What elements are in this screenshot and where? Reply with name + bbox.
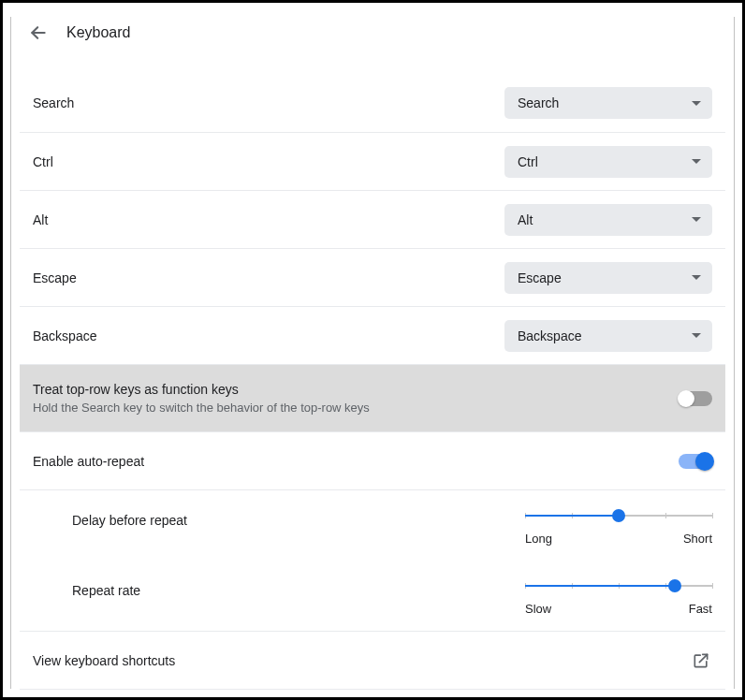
chevron-down-icon [692, 101, 701, 106]
keymap-select-alt[interactable]: Alt [504, 204, 712, 236]
rate-slider[interactable]: Slow Fast [525, 576, 712, 616]
select-value: Backspace [518, 328, 581, 343]
auto-repeat-label: Enable auto-repeat [33, 454, 144, 469]
keymap-row-escape: Escape Escape [20, 248, 725, 306]
slider-knob[interactable] [612, 509, 625, 522]
toprow-toggle[interactable] [679, 391, 712, 406]
keymap-label: Escape [33, 270, 77, 285]
keymap-row-ctrl: Ctrl Ctrl [20, 132, 725, 190]
change-input-settings-row[interactable]: Change input settings [20, 689, 725, 700]
select-value: Ctrl [518, 154, 538, 169]
keymap-label: Ctrl [33, 154, 53, 169]
open-external-icon [690, 649, 712, 672]
toprow-function-keys-row: Treat top-row keys as function keys Hold… [20, 364, 725, 431]
view-shortcuts-label: View keyboard shortcuts [33, 653, 175, 668]
delay-slider[interactable]: Long Short [525, 505, 712, 546]
chevron-down-icon [692, 217, 701, 222]
keymap-row-search: Search Search [20, 74, 725, 132]
keymap-select-search[interactable]: Search [504, 87, 712, 119]
keymap-label: Alt [33, 212, 48, 227]
select-value: Search [518, 95, 559, 110]
auto-repeat-toggle[interactable] [679, 454, 712, 469]
keymap-select-ctrl[interactable]: Ctrl [504, 146, 712, 178]
keymap-select-escape[interactable]: Escape [504, 262, 712, 294]
toprow-label: Treat top-row keys as function keys [33, 382, 370, 397]
back-arrow-icon[interactable] [27, 22, 50, 44]
auto-repeat-row: Enable auto-repeat [20, 431, 725, 489]
rate-label: Repeat rate [72, 576, 140, 598]
page-title: Keyboard [66, 24, 131, 41]
chevron-down-icon [692, 333, 701, 338]
keymap-row-backspace: Backspace Backspace [20, 306, 725, 364]
select-value: Alt [518, 212, 533, 227]
select-value: Escape [518, 270, 562, 285]
slider-left-label: Long [525, 532, 552, 546]
slider-left-label: Slow [525, 602, 551, 616]
slider-right-label: Fast [689, 602, 712, 616]
keymap-label: Search [33, 95, 74, 110]
repeat-rate-row: Repeat rate Slow Fast [20, 561, 725, 631]
toggle-knob [695, 452, 714, 471]
slider-knob[interactable] [668, 579, 681, 592]
toggle-knob [678, 390, 694, 407]
slider-right-label: Short [683, 532, 712, 546]
delay-label: Delay before repeat [72, 505, 187, 528]
chevron-down-icon [692, 275, 701, 280]
keymap-row-alt: Alt Alt [20, 190, 725, 248]
toprow-sublabel: Hold the Search key to switch the behavi… [33, 401, 370, 415]
keymap-select-backspace[interactable]: Backspace [504, 320, 712, 352]
header: Keyboard [20, 7, 725, 59]
view-shortcuts-row[interactable]: View keyboard shortcuts [20, 631, 725, 689]
keymap-label: Backspace [33, 328, 96, 343]
chevron-down-icon [692, 159, 701, 164]
delay-before-repeat-row: Delay before repeat Long Short [20, 490, 725, 561]
